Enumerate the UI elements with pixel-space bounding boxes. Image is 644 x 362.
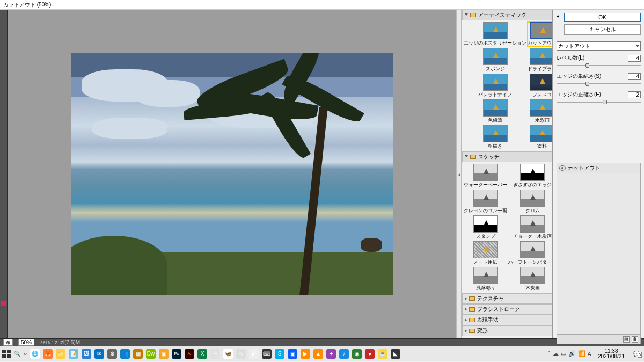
filter-thumb[interactable]: エッジのポスタリゼーション: [464, 22, 526, 47]
taskbar-app-photos[interactable]: 🖼: [82, 349, 91, 359]
notification-icon[interactable]: 💬6: [631, 351, 642, 357]
taskbar-app-terminal[interactable]: ⌨: [262, 349, 272, 359]
taskbar-app-generic6[interactable]: ☕: [378, 349, 387, 359]
tray-network-icon[interactable]: 📶: [578, 350, 586, 357]
filter-thumb[interactable]: スタンプ: [464, 215, 507, 240]
visibility-eye-icon[interactable]: [559, 165, 566, 171]
taskbar-app-vlc[interactable]: ▲: [313, 349, 323, 359]
ok-button[interactable]: OK: [564, 13, 641, 22]
notification-badge: 6: [638, 352, 642, 358]
tray-chevron-icon[interactable]: ˄: [547, 350, 551, 357]
stop-indicator: [1, 301, 6, 306]
taskbar-app-music[interactable]: ♪: [339, 349, 349, 359]
start-button[interactable]: [2, 350, 11, 358]
filter-thumb[interactable]: 粗描き: [464, 125, 526, 150]
taskbar-app-settings[interactable]: ⚙: [107, 349, 117, 359]
tray-battery-icon[interactable]: ▭: [561, 350, 566, 357]
disclosure-triangle-icon: [465, 308, 467, 311]
param-edge-fidelity-slider[interactable]: [557, 100, 641, 104]
preview-image: [71, 53, 393, 295]
filter-thumb[interactable]: パレットナイフ: [464, 74, 526, 98]
system-tray[interactable]: ˄ ☁ ▭ 🔊 📶 A: [547, 350, 591, 357]
filter-thumb[interactable]: 水彩画: [528, 99, 553, 124]
zoom-value[interactable]: 50%: [18, 339, 34, 346]
filter-thumb[interactable]: チョーク・木炭画: [508, 215, 553, 240]
group-collapsed-row[interactable]: ブラシストローク: [462, 304, 552, 315]
taskbar-app-dreamweaver[interactable]: Dw: [146, 349, 156, 359]
taskbar-app-explorer[interactable]: 📁: [56, 349, 65, 359]
taskbar-app-generic1[interactable]: ▦: [133, 349, 143, 359]
tray-cloud-icon[interactable]: ☁: [553, 350, 559, 357]
taskbar-app-record[interactable]: ●: [365, 349, 375, 359]
filter-select[interactable]: カットアウト: [557, 41, 641, 51]
filter-thumb[interactable]: 木炭画: [508, 267, 553, 292]
filter-thumb[interactable]: 色鉛筆: [464, 99, 526, 124]
disclosure-triangle-icon: [465, 13, 468, 17]
filter-thumb[interactable]: スポンジ: [464, 48, 526, 73]
delete-layer-icon[interactable]: 🗑: [632, 336, 638, 343]
thumb-image: [530, 99, 553, 117]
taskbar-app-notepad[interactable]: 📝: [69, 349, 78, 359]
param-levels-input[interactable]: [628, 55, 641, 62]
search-icon[interactable]: 🔍: [14, 351, 20, 357]
panel-collapser[interactable]: ◂: [456, 10, 462, 338]
thumb-image: [530, 125, 553, 142]
taskbar-app-excel[interactable]: X: [197, 349, 207, 359]
taskbar-app-generic7[interactable]: ◣: [391, 349, 400, 359]
taskbar-app-illustrator[interactable]: Ai: [185, 349, 194, 359]
effect-layer-row[interactable]: カットアウト: [557, 163, 641, 173]
filter-thumb[interactable]: クレヨンのコンテ画: [464, 190, 507, 214]
filter-thumb[interactable]: 浅浮彫り: [464, 267, 507, 292]
cancel-button[interactable]: キャンセル: [564, 24, 641, 35]
effect-layer-name: カットアウト: [568, 164, 600, 172]
filter-thumb[interactable]: ハーフトーンパターン: [508, 241, 553, 266]
param-levels-slider[interactable]: [557, 64, 641, 67]
taskbar-app-zoom[interactable]: ▣: [288, 349, 297, 359]
filter-thumb[interactable]: ドライブラシ: [528, 48, 553, 73]
taskbar-app-brush[interactable]: 🖌: [249, 349, 259, 359]
group-collapsed-row[interactable]: 表現手法: [462, 315, 552, 325]
tray-ime-icon[interactable]: A: [588, 351, 591, 357]
param-edge-simplicity-slider[interactable]: [557, 82, 641, 85]
group-artistic-header[interactable]: アーティスティック: [462, 10, 552, 20]
taskbar-app-teams[interactable]: 👥: [120, 349, 130, 359]
taskbar-app-chrome[interactable]: 🌐: [30, 349, 40, 359]
thumb-image: [483, 74, 508, 91]
thumb-label: パレットナイフ: [464, 91, 526, 98]
canvas-area[interactable]: [8, 10, 456, 338]
status-bar: ⊕ 50% ﾌｧｲﾙ : zuzi(7.5)M: [0, 338, 644, 346]
filter-thumb[interactable]: フレスコ: [528, 74, 553, 98]
filter-thumb[interactable]: ぎざぎざのエッジ: [508, 164, 553, 189]
filter-thumb[interactable]: クロム: [508, 190, 553, 214]
thumb-image: [520, 215, 545, 233]
thumb-label: 浅浮彫り: [464, 284, 507, 292]
tray-volume-icon[interactable]: 🔊: [568, 350, 576, 357]
filter-thumb[interactable]: ウォーターペーパー: [464, 164, 507, 189]
cortana-icon[interactable]: ○: [24, 351, 27, 357]
taskbar-app-generic3[interactable]: ∿: [236, 349, 246, 359]
taskbar-app-outlook[interactable]: ✉: [94, 349, 104, 359]
settings-collapser[interactable]: ◂: [557, 13, 562, 19]
group-collapsed-row[interactable]: 変形: [462, 325, 552, 336]
taskbar-app-firefox[interactable]: 🦊: [43, 349, 53, 359]
taskbar-app-butterfly[interactable]: 🦋: [223, 349, 233, 359]
taskbar-app-media[interactable]: ▶: [301, 349, 310, 359]
filter-thumb[interactable]: 塗料: [528, 125, 553, 150]
taskbar-app-generic2[interactable]: ✒: [210, 349, 220, 359]
group-collapsed-row[interactable]: テクスチャ: [462, 293, 552, 304]
param-edge-fidelity-input[interactable]: [628, 91, 641, 98]
taskbar-app-generic4[interactable]: ✦: [326, 349, 336, 359]
taskbar-app-skype[interactable]: S: [275, 349, 284, 359]
zoom-button[interactable]: ⊕: [3, 339, 13, 346]
param-edge-simplicity-input[interactable]: [628, 73, 641, 80]
system-clock[interactable]: 11:38 2021/08/21: [595, 349, 628, 359]
taskbar-app-photoshop[interactable]: Ps: [172, 349, 181, 359]
taskbar-app-sublime[interactable]: ▣: [159, 349, 169, 359]
new-layer-icon[interactable]: ▤: [623, 336, 630, 343]
filter-thumb[interactable]: ノート用紙: [464, 241, 507, 266]
filter-thumb[interactable]: カットアウト: [528, 22, 553, 47]
clock-time: 11:38: [598, 349, 625, 354]
taskbar-app-generic5[interactable]: ◉: [352, 349, 362, 359]
disclosure-triangle-icon: [465, 329, 467, 332]
group-sketch-header[interactable]: スケッチ: [462, 151, 552, 162]
